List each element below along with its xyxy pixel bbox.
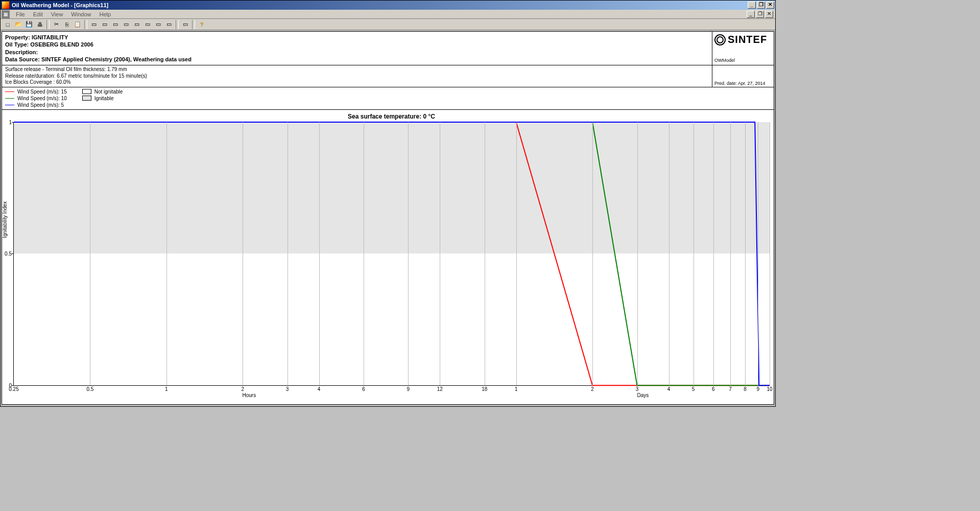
tool-3[interactable]: ▭ xyxy=(110,20,121,29)
save-icon: 💾 xyxy=(26,21,33,28)
open-button[interactable]: 📂 xyxy=(13,20,23,29)
menu-edit[interactable]: Edit xyxy=(29,11,47,18)
minimize-button[interactable]: _ xyxy=(748,2,756,9)
series-line xyxy=(14,122,770,385)
legend-label: Wind Speed (m/s): 5 xyxy=(17,102,64,108)
print-button[interactable]: 🖶 xyxy=(35,20,45,29)
mdi-app-icon[interactable]: ▦ xyxy=(2,10,10,18)
save-button[interactable]: 💾 xyxy=(24,20,34,29)
legend-label: Wind Speed (m/s): 10 xyxy=(17,96,67,101)
x-tick-label: 10 xyxy=(767,385,772,392)
info-main: Property: IGNITABILITY Oil Type: OSEBERG… xyxy=(2,32,712,65)
x-tick-label: 1 xyxy=(165,385,168,392)
tool-4[interactable]: ▭ xyxy=(121,20,131,29)
x-gridline xyxy=(364,122,364,385)
legend-item: Wind Speed (m/s): 10 xyxy=(5,96,67,101)
x-tick-label: 6 xyxy=(712,385,715,392)
mdi-minimize-button[interactable]: _ xyxy=(747,11,755,18)
x-gridline xyxy=(694,122,694,385)
tool-7[interactable]: ▭ xyxy=(153,20,163,29)
x-gridline xyxy=(745,122,746,385)
legend-box-icon xyxy=(82,96,91,101)
mdi-close-button[interactable]: ✕ xyxy=(765,11,773,18)
oiltype-value: OSEBERG BLEND 2006 xyxy=(30,41,93,48)
cut-button[interactable]: ✂ xyxy=(51,20,61,29)
info-release-row: Surface release - Terminal Oil film thic… xyxy=(2,65,774,87)
toolbar-separator xyxy=(84,20,87,29)
menu-file[interactable]: File xyxy=(12,11,29,18)
x-gridline xyxy=(730,122,731,385)
legend-item: Ignitable xyxy=(82,96,123,101)
menu-help[interactable]: Help xyxy=(95,11,115,18)
info-side: SINTEF OWModel xyxy=(712,32,774,65)
x-tick-label: 6 xyxy=(362,385,365,392)
x-gridline xyxy=(288,122,288,385)
tool-9[interactable]: ▭ xyxy=(180,20,190,29)
sintef-text: SINTEF xyxy=(728,34,767,45)
release-line-2: Release rate/duration: 6.67 metric tons/… xyxy=(5,73,709,80)
toolbar-separator xyxy=(176,20,179,29)
release-line-1: Surface release - Terminal Oil film thic… xyxy=(5,66,709,73)
x-tick-label: 9 xyxy=(757,385,760,392)
chart-area: Sea surface temperature: 0 °C Ignitabili… xyxy=(2,110,774,404)
release-line-3: Ice Blocks Coverage : 60.0% xyxy=(5,79,709,86)
x-tick-label: 12 xyxy=(437,385,443,392)
maximize-button[interactable]: ❐ xyxy=(757,2,765,9)
x-tick-label: 3 xyxy=(286,385,289,392)
tool9-icon: ▭ xyxy=(183,21,188,28)
x-tick-label: 5 xyxy=(692,385,695,392)
x-gridline xyxy=(408,122,409,385)
legend-line-icon xyxy=(5,105,14,105)
titlebar: Oil Weathering Model - [Graphics11] _ ❐ … xyxy=(1,1,775,10)
x-gridline xyxy=(758,122,758,385)
x-tick-label: 18 xyxy=(482,385,487,392)
legend-label: Wind Speed (m/s): 15 xyxy=(17,89,67,95)
menu-view[interactable]: View xyxy=(47,11,67,18)
x-tick-label: 1 xyxy=(515,385,518,392)
menu-window[interactable]: Window xyxy=(67,11,95,18)
y-tick-label: 1 xyxy=(3,119,12,125)
new-button[interactable]: □ xyxy=(3,20,13,29)
datasource-label: Data Source: xyxy=(5,56,41,62)
x-gridline xyxy=(713,122,714,385)
legend-line-icon xyxy=(5,91,14,92)
open-icon: 📂 xyxy=(15,21,22,28)
legend-line-icon xyxy=(5,98,14,99)
y-tick-label: 0.5 xyxy=(3,251,12,257)
tool-2[interactable]: ▭ xyxy=(100,20,110,29)
tool-1[interactable]: ▭ xyxy=(89,20,99,29)
oiltype-label: Oil Type: xyxy=(5,41,30,48)
window-buttons: _ ❐ ✕ xyxy=(748,2,774,9)
legend-label: Ignitable xyxy=(94,96,114,101)
x-gridline xyxy=(440,122,440,385)
tool7-icon: ▭ xyxy=(156,21,161,28)
copy-button[interactable]: ⎘ xyxy=(62,20,72,29)
new-icon: □ xyxy=(6,21,10,28)
paste-button[interactable]: 📋 xyxy=(73,20,83,29)
tool-5[interactable]: ▭ xyxy=(132,20,142,29)
x-gridline xyxy=(592,122,593,385)
help-button[interactable]: ? xyxy=(197,20,207,29)
legend-regions: Not ignitableIgnitable xyxy=(82,89,123,108)
legend-label: Not ignitable xyxy=(94,89,123,95)
help-icon: ? xyxy=(200,21,204,28)
x-tick-label: 4 xyxy=(667,385,671,392)
x-tick-label: 4 xyxy=(318,385,321,392)
property-value: IGNITABILITY xyxy=(32,34,68,40)
close-button[interactable]: ✕ xyxy=(766,2,774,9)
x-axis-label-days: Days xyxy=(637,385,649,398)
legend: Wind Speed (m/s): 15Wind Speed (m/s): 10… xyxy=(2,87,774,110)
x-gridline xyxy=(243,122,243,385)
x-axis-label-hours: Hours xyxy=(243,385,256,398)
app-icon xyxy=(2,1,10,9)
y-axis-label: Ignitability Index xyxy=(2,201,8,238)
x-gridline xyxy=(319,122,320,385)
mdi-maximize-button[interactable]: ❐ xyxy=(756,11,764,18)
tool-8[interactable]: ▭ xyxy=(164,20,174,29)
tool5-icon: ▭ xyxy=(134,21,139,28)
tool6-icon: ▭ xyxy=(145,21,150,28)
tool-6[interactable]: ▭ xyxy=(142,20,153,29)
chart-panel: Property: IGNITABILITY Oil Type: OSEBERG… xyxy=(2,31,774,405)
menubar: ▦ File Edit View Window Help _ ❐ ✕ xyxy=(1,10,775,19)
legend-box-icon xyxy=(82,89,91,94)
